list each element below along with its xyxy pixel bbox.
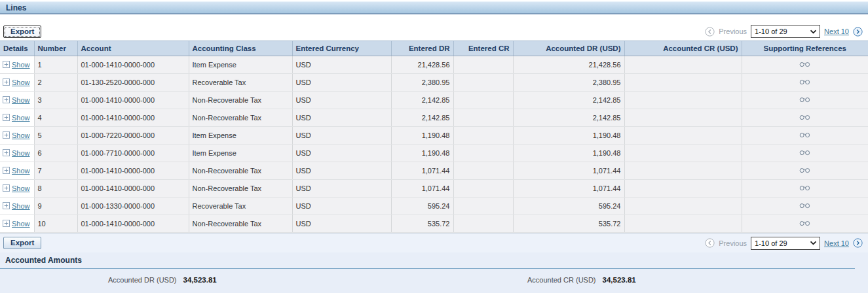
next-page-link[interactable]: Next 10	[824, 239, 849, 247]
entered-dr-cell: 2,142.85	[391, 92, 453, 109]
entered-currency-cell: USD	[292, 198, 391, 215]
show-details-link[interactable]: Show	[12, 131, 30, 139]
previous-label: Previous	[719, 27, 747, 35]
entered-dr-cell: 535.72	[391, 215, 453, 233]
supporting-references-cell	[742, 92, 868, 109]
details-cell: Show	[0, 162, 34, 180]
supporting-references-cell	[742, 198, 868, 215]
accounted-dr-cell: 535.72	[513, 215, 624, 233]
number-cell: 7	[34, 162, 77, 180]
account-cell: 01-000-1410-0000-000	[77, 180, 189, 198]
number-cell: 2	[34, 74, 77, 92]
expand-details-icon[interactable]	[3, 184, 10, 192]
page-range-select[interactable]: 1-10 of 29	[751, 25, 820, 38]
supporting-references-cell	[742, 145, 868, 162]
account-cell: 01-000-7710-0000-000	[77, 145, 189, 162]
show-details-link[interactable]: Show	[12, 202, 30, 210]
page-range-value: 1-10 of 29	[755, 239, 787, 247]
view-supporting-references-icon[interactable]	[799, 202, 810, 210]
column-header-supporting-references: Supporting References	[742, 41, 868, 56]
expand-details-icon[interactable]	[3, 167, 10, 174]
expand-details-icon[interactable]	[3, 131, 10, 139]
accounted-cr-group: Accounted CR (USD) 34,523.81	[527, 276, 636, 284]
entered-currency-cell: USD	[292, 56, 391, 74]
show-details-link[interactable]: Show	[12, 61, 30, 69]
entered-currency-cell: USD	[292, 180, 391, 198]
accounted-dr-cell: 1,190.48	[513, 145, 624, 162]
lines-table: DetailsNumberAccountAccounting ClassEnte…	[0, 41, 868, 233]
entered-currency-cell: USD	[292, 92, 391, 109]
table-row: Show1001-000-1410-0000-000Non-Recoverabl…	[0, 215, 868, 233]
table-row: Show901-000-1330-0000-000Recoverable Tax…	[0, 198, 868, 215]
expand-details-icon[interactable]	[3, 149, 10, 156]
accounting-class-cell: Non-Recoverable Tax	[189, 92, 292, 109]
show-details-link[interactable]: Show	[12, 78, 30, 86]
pagination-bottom: Previous 1-10 of 29 Next 10	[705, 237, 863, 250]
previous-page-icon	[705, 27, 715, 37]
number-cell: 1	[34, 56, 77, 74]
expand-details-icon[interactable]	[3, 114, 10, 121]
show-details-link[interactable]: Show	[12, 149, 30, 157]
view-supporting-references-icon[interactable]	[799, 220, 810, 228]
show-details-link[interactable]: Show	[12, 96, 30, 104]
accounted-dr-value: 34,523.81	[183, 276, 217, 284]
bottom-toolbar: Export Previous 1-10 of 29 Next 10	[0, 233, 868, 252]
expand-details-icon[interactable]	[3, 220, 10, 227]
accounted-dr-cell: 595.24	[513, 198, 624, 215]
view-supporting-references-icon[interactable]	[799, 131, 810, 139]
expand-details-icon[interactable]	[3, 61, 10, 68]
view-supporting-references-icon[interactable]	[799, 96, 810, 104]
accounting-class-cell: Item Expense	[189, 145, 292, 162]
view-supporting-references-icon[interactable]	[799, 167, 810, 175]
entered-cr-cell	[453, 56, 513, 74]
export-button-bottom[interactable]: Export	[3, 237, 41, 249]
view-supporting-references-icon[interactable]	[799, 78, 810, 86]
show-details-link[interactable]: Show	[12, 167, 30, 175]
entered-currency-cell: USD	[292, 127, 391, 145]
entered-dr-cell: 21,428.56	[391, 56, 453, 74]
accounted-dr-cell: 2,142.85	[513, 92, 624, 109]
column-header-accounted-dr-usd: Accounted DR (USD)	[513, 41, 624, 56]
page-range-select[interactable]: 1-10 of 29	[751, 237, 820, 250]
entered-dr-cell: 1,190.48	[391, 127, 453, 145]
number-cell: 10	[34, 215, 77, 233]
column-header-accounting-class: Accounting Class	[189, 41, 292, 56]
details-cell: Show	[0, 198, 34, 215]
expand-details-icon[interactable]	[3, 202, 10, 209]
chevron-down-icon	[810, 241, 817, 245]
table-header-row: DetailsNumberAccountAccounting ClassEnte…	[0, 41, 868, 56]
accounted-cr-cell	[624, 162, 742, 180]
show-details-link[interactable]: Show	[12, 114, 30, 122]
export-button-top[interactable]: Export	[3, 26, 41, 38]
number-cell: 8	[34, 180, 77, 198]
view-supporting-references-icon[interactable]	[799, 114, 810, 122]
expand-details-icon[interactable]	[3, 78, 10, 86]
next-page-link[interactable]: Next 10	[824, 27, 849, 35]
show-details-link[interactable]: Show	[12, 184, 30, 192]
number-cell: 6	[34, 145, 77, 162]
view-supporting-references-icon[interactable]	[799, 149, 810, 157]
supporting-references-cell	[742, 162, 868, 180]
view-supporting-references-icon[interactable]	[799, 184, 810, 192]
supporting-references-cell	[742, 215, 868, 233]
expand-details-icon[interactable]	[3, 96, 10, 103]
number-cell: 5	[34, 127, 77, 145]
show-details-link[interactable]: Show	[12, 220, 30, 228]
details-cell: Show	[0, 56, 34, 74]
accounted-dr-cell: 21,428.56	[513, 56, 624, 74]
pagination-top: Previous 1-10 of 29 Next 10	[705, 25, 863, 38]
account-cell: 01-000-1410-0000-000	[77, 162, 189, 180]
accounting-class-cell: Recoverable Tax	[189, 74, 292, 92]
next-page-icon[interactable]	[853, 238, 863, 248]
account-cell: 01-000-1330-0000-000	[77, 198, 189, 215]
details-cell: Show	[0, 215, 34, 233]
view-supporting-references-icon[interactable]	[799, 61, 810, 69]
entered-dr-cell: 1,071.44	[391, 180, 453, 198]
entered-cr-cell	[453, 127, 513, 145]
number-cell: 4	[34, 109, 77, 127]
next-page-icon[interactable]	[853, 27, 863, 37]
details-cell: Show	[0, 145, 34, 162]
accounting-class-cell: Item Expense	[189, 56, 292, 74]
accounted-dr-cell: 1,071.44	[513, 162, 624, 180]
number-cell: 3	[34, 92, 77, 109]
